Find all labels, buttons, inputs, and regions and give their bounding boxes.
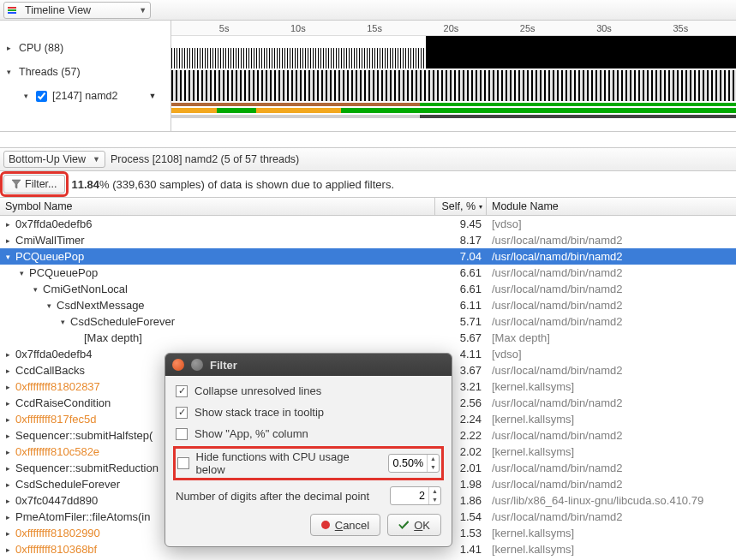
ok-button[interactable]: OK	[387, 514, 441, 536]
checkbox-icon[interactable]	[176, 428, 188, 440]
module-path: /usr/local/namd/bin/namd2	[487, 299, 736, 312]
table-row[interactable]: ▸0x7ffda0edefb69.45[vdso]	[0, 216, 736, 232]
timeline-row-process[interactable]: ▾ [2147] namd2 ▼	[0, 84, 171, 108]
expand-icon[interactable]: ▾	[31, 285, 39, 294]
module-path: [kernel.kallsyms]	[487, 445, 736, 458]
symbol-label: CmiGetNonLocal	[43, 283, 128, 295]
option-digits[interactable]: Number of digits after the decimal point…	[176, 486, 441, 505]
column-symbol[interactable]: Symbol Name	[0, 198, 435, 215]
symbol-label: Sequencer::submitReduction	[15, 462, 159, 474]
table-row[interactable]: ▾CsdNextMessage6.11/usr/local/namd/bin/n…	[0, 297, 736, 313]
expand-icon[interactable]: ▸	[3, 366, 12, 375]
self-percent: 6.61	[435, 283, 487, 295]
timeline-row-cpu[interactable]: ▸ CPU (88)	[0, 36, 171, 60]
option-collapse[interactable]: Collapse unresolved lines	[176, 384, 441, 397]
symbol-label: CsdNextMessage	[57, 299, 145, 312]
table-row[interactable]: ▾PCQueuePop7.04/usr/local/namd/bin/namd2	[0, 248, 736, 265]
option-app-column[interactable]: Show "App, %" column	[176, 427, 441, 440]
expand-icon[interactable]: ▸	[3, 480, 12, 489]
option-hide-cpu[interactable]: Hide functions with CPU usage below ▲▼	[176, 449, 441, 478]
digits-spinner[interactable]: ▲▼	[390, 486, 441, 505]
symbol-label: 0x7ffda0edefb6	[15, 217, 92, 230]
table-row[interactable]: ▾CsdScheduleForever5.71/usr/local/namd/b…	[0, 313, 736, 330]
module-path: [vdso]	[487, 217, 736, 230]
module-path: [kernel.kallsyms]	[487, 527, 736, 539]
column-module[interactable]: Module Name	[487, 198, 736, 215]
checkbox-icon[interactable]	[177, 457, 189, 469]
symbol-label: 0xffffffff817fec5d	[15, 413, 96, 426]
symbol-label: PmeAtomFiler::fileAtoms(in	[15, 510, 150, 523]
option-tooltip[interactable]: Show stack trace in tooltip	[176, 406, 441, 419]
expand-icon[interactable]: ▸	[3, 383, 12, 391]
self-percent: 7.04	[435, 250, 487, 263]
expand-icon[interactable]: ▾	[17, 269, 26, 277]
self-percent: 9.45	[435, 217, 487, 230]
expand-icon[interactable]: ▸	[3, 529, 12, 538]
module-path: /usr/local/namd/bin/namd2	[487, 266, 736, 279]
treeview-dropdown[interactable]: Bottom-Up View ▼	[3, 151, 105, 168]
process-checkbox[interactable]	[36, 91, 47, 102]
module-path: [kernel.kallsyms]	[487, 543, 736, 556]
timeline-canvas[interactable]: 5s 10s 15s 20s 25s 30s 35s	[171, 21, 736, 131]
expand-icon[interactable]: ▸	[3, 448, 12, 456]
checkbox-checked-icon[interactable]	[176, 385, 188, 397]
cpu-threshold-spinner[interactable]: ▲▼	[388, 454, 440, 473]
sort-desc-icon: ▾	[479, 203, 482, 211]
module-path: [vdso]	[487, 348, 736, 360]
expand-icon[interactable]: ▸	[3, 350, 12, 359]
dialog-titlebar[interactable]: Filter	[165, 354, 452, 376]
expand-icon: ▸	[7, 44, 14, 52]
symbol-label: 0xffffffff810368bf	[15, 543, 97, 556]
spinner-arrows[interactable]: ▲▼	[427, 455, 439, 472]
expand-icon[interactable]: ▸	[3, 220, 12, 229]
module-path: [kernel.kallsyms]	[487, 380, 736, 393]
expand-icon[interactable]: ▸	[3, 236, 12, 245]
timeline-row-threads[interactable]: ▾ Threads (57)	[0, 60, 171, 84]
symbol-label: 0x7fc0447dd890	[15, 494, 98, 507]
timeline-icon	[8, 7, 16, 14]
module-path: /usr/local/namd/bin/namd2	[487, 315, 736, 328]
cpu-threshold-input[interactable]	[389, 457, 427, 469]
cpu-track	[171, 36, 736, 70]
table-row[interactable]: ▸CmiWallTimer8.17/usr/local/namd/bin/nam…	[0, 232, 736, 248]
view-bar: Bottom-Up View ▼ Process [2108] namd2 (5…	[0, 147, 736, 171]
expand-icon[interactable]: ▸	[3, 545, 12, 554]
table-row[interactable]: [Max depth]5.67[Max depth]	[0, 330, 736, 346]
spinner-arrows[interactable]: ▲▼	[428, 487, 440, 504]
column-self[interactable]: Self, % ▾	[435, 198, 487, 215]
expand-icon[interactable]: ▾	[45, 301, 53, 310]
minimize-icon[interactable]	[191, 359, 203, 371]
digits-input[interactable]	[391, 490, 428, 502]
expand-icon[interactable]: ▸	[3, 464, 12, 473]
chevron-down-icon: ▼	[93, 155, 100, 164]
expand-icon[interactable]: ▸	[3, 432, 12, 440]
expand-icon[interactable]: ▸	[3, 399, 12, 408]
table-row[interactable]: ▾CmiGetNonLocal6.61/usr/local/namd/bin/n…	[0, 281, 736, 297]
cancel-button[interactable]: Cancel	[310, 514, 380, 536]
expand-icon[interactable]: ▸	[3, 513, 12, 521]
module-path: [kernel.kallsyms]	[487, 413, 736, 426]
table-row[interactable]: ▾PCQueuePop6.61/usr/local/namd/bin/namd2	[0, 265, 736, 281]
expand-icon[interactable]: ▸	[3, 415, 12, 424]
filter-status: 11.84% (339,630 samples) of data is show…	[72, 178, 395, 191]
checkbox-checked-icon[interactable]	[176, 407, 188, 419]
self-percent: 5.67	[435, 331, 487, 344]
module-path: /usr/local/namd/bin/namd2	[487, 250, 736, 263]
close-icon[interactable]	[172, 359, 184, 371]
view-dropdown[interactable]: Timeline View ▼	[3, 2, 151, 19]
expand-icon[interactable]: ▸	[3, 497, 12, 505]
module-path: /usr/local/namd/bin/namd2	[487, 234, 736, 247]
module-path: [Max depth]	[487, 331, 736, 344]
timeline-panel: ▸ CPU (88) ▾ Threads (57) ▾ [2147] namd2…	[0, 21, 736, 132]
filter-button-label: Filter...	[25, 178, 57, 190]
threads-label: Threads (57)	[19, 66, 81, 78]
filter-button[interactable]: Filter...	[3, 175, 65, 194]
module-path: /usr/local/namd/bin/namd2	[487, 396, 736, 409]
time-ruler: 5s 10s 15s 20s 25s 30s 35s	[171, 21, 736, 36]
module-path: /usr/local/namd/bin/namd2	[487, 429, 736, 442]
module-path: /usr/lib/x86_64-linux-gnu/libcuda.so.410…	[487, 494, 736, 507]
expand-icon[interactable]: ▾	[58, 318, 67, 326]
expand-icon[interactable]: ▾	[3, 253, 12, 261]
symbol-label: 0xffffffff81802837	[15, 380, 100, 393]
cpu-label: CPU (88)	[19, 42, 63, 54]
